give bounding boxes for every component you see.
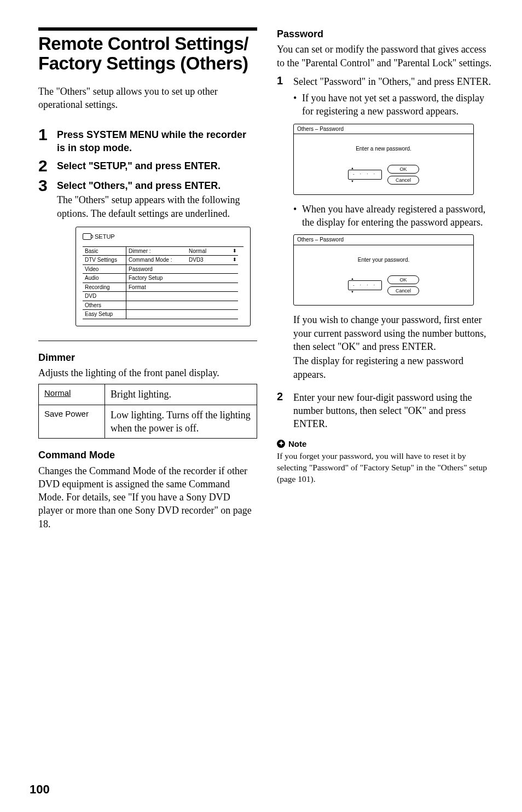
ok-button: OK — [387, 165, 419, 174]
setup-cell: Password — [126, 265, 187, 274]
bullet-icon: • — [293, 91, 302, 118]
setup-cell — [230, 283, 238, 292]
password-osd-existing: Others – Password Enter your password. -… — [293, 234, 474, 306]
right-column: Password You can set or modify the passw… — [277, 27, 496, 535]
password-field: - · · · — [348, 280, 382, 290]
section-title: Remote Control Settings/ Factory Setting… — [38, 34, 257, 74]
setup-cell: DVD — [83, 292, 126, 301]
step-number: 3 — [38, 177, 57, 331]
osd-title: Others – Password — [294, 124, 473, 135]
step-2: 2 Select "SETUP," and press ENTER. — [38, 158, 257, 174]
setup-cell: Dimmer : — [126, 247, 187, 256]
updown-icon: ⬍ — [230, 256, 238, 265]
password-intro: You can set or modify the password that … — [277, 43, 496, 70]
page-number: 100 — [30, 781, 50, 798]
setup-cell: Others — [83, 301, 126, 310]
setup-cell — [126, 292, 187, 301]
setup-osd-header: SETUP — [83, 233, 243, 241]
step-number: 1 — [38, 126, 57, 154]
step-number: 2 — [38, 158, 57, 174]
setup-cell: Factory Setup — [126, 274, 187, 283]
setup-cell — [230, 310, 238, 319]
command-mode-heading: Command Mode — [38, 448, 257, 462]
note-heading: ✦ Note — [277, 439, 496, 450]
setup-grid: Basic Dimmer : Normal ⬍ DTV Settings Com… — [83, 246, 243, 319]
setup-osd: SETUP Basic Dimmer : Normal ⬍ DTV Settin… — [76, 227, 251, 326]
note-label: Note — [288, 439, 306, 450]
setup-cell — [126, 301, 187, 310]
password-step-2: 2 Enter your new four-digit password usi… — [277, 391, 496, 431]
setup-cell: Easy Setup — [83, 310, 126, 319]
osd-prompt: Enter your password. — [303, 256, 465, 264]
title-line-1: Remote Control Settings/ — [38, 33, 248, 54]
updown-icon: ⬍ — [230, 247, 238, 256]
password-osd-new: Others – Password Enter a new password. … — [293, 124, 474, 195]
step-number: 2 — [277, 391, 293, 431]
setup-osd-title: SETUP — [95, 233, 115, 241]
setup-cell — [187, 283, 230, 292]
dimmer-heading: Dimmer — [38, 351, 257, 364]
step-1: 1 Press SYSTEM MENU while the recorder i… — [38, 126, 257, 154]
setup-cell — [187, 310, 230, 319]
note-icon: ✦ — [277, 440, 285, 448]
list-item: • When you have already registered a pas… — [293, 203, 496, 229]
title-line-2: Factory Settings (Others) — [38, 53, 248, 73]
step-description: The "Others" setup appears with the foll… — [57, 193, 257, 220]
main-steps-list: 1 Press SYSTEM MENU while the recorder i… — [38, 126, 257, 331]
note-body: If you forget your password, you will ha… — [277, 451, 496, 485]
step-title: Select "SETUP," and press ENTER. — [57, 160, 257, 172]
setup-cell — [187, 301, 230, 310]
option-value: Low lighting. Turns off the lighting whe… — [105, 405, 257, 439]
setup-cell — [187, 274, 230, 283]
password-step-1: 1 Select "Password" in "Others," and pre… — [277, 75, 496, 385]
osd-title: Others – Password — [294, 235, 473, 245]
cancel-button: Cancel — [387, 176, 419, 185]
divider — [38, 341, 257, 341]
top-rule: Remote Control Settings/ Factory Setting… — [38, 27, 257, 74]
setup-cell: Video — [83, 265, 126, 274]
bullet-list: • When you have already registered a pas… — [293, 203, 496, 229]
setup-cell: Format — [126, 283, 187, 292]
setup-cell — [230, 265, 238, 274]
osd-prompt: Enter a new password. — [303, 145, 465, 153]
step-text: Enter your new four-digit password using… — [293, 392, 472, 430]
bullet-text: If you have not yet set a password, the … — [302, 91, 496, 118]
dimmer-description: Adjusts the lighting of the front panel … — [38, 366, 257, 379]
bullet-list: • If you have not yet set a password, th… — [293, 91, 496, 118]
setup-cell: Recording — [83, 283, 126, 292]
step-title: Press SYSTEM MENU while the recorder is … — [57, 129, 257, 154]
option-value: Bright lighting. — [105, 384, 257, 405]
setup-cell — [230, 301, 238, 310]
password-steps: 1 Select "Password" in "Others," and pre… — [277, 75, 496, 431]
step-title: Select "Others," and press ENTER. — [57, 180, 257, 192]
command-mode-description: Changes the Command Mode of the recorder… — [38, 464, 257, 531]
intro-paragraph: The "Others" setup allows you to set up … — [38, 85, 257, 112]
cancel-button: Cancel — [387, 286, 419, 295]
setup-cell: DVD3 — [187, 256, 230, 265]
toolbox-icon — [83, 233, 91, 240]
setup-cell: Normal — [187, 247, 230, 256]
step-3: 3 Select "Others," and press ENTER. The … — [38, 177, 257, 331]
option-key: Normal — [44, 388, 71, 398]
list-item: • If you have not yet set a password, th… — [293, 91, 496, 118]
setup-cell: Command Mode : — [126, 256, 187, 265]
setup-cell: DTV Settings — [83, 256, 126, 265]
setup-cell — [230, 292, 238, 301]
left-column: Remote Control Settings/ Factory Setting… — [38, 27, 257, 535]
setup-cell — [126, 310, 187, 319]
ok-button: OK — [387, 275, 419, 284]
password-heading: Password — [277, 27, 496, 41]
setup-cell — [187, 265, 230, 274]
setup-cell: Basic — [83, 247, 126, 256]
dimmer-table: Normal Bright lighting. Save Power Low l… — [38, 384, 257, 439]
after-paragraph-2: The display for registering a new passwo… — [293, 354, 496, 381]
bullet-text: When you have already registered a passw… — [302, 203, 496, 229]
setup-cell: Audio — [83, 274, 126, 283]
table-row: Save Power Low lighting. Turns off the l… — [39, 405, 257, 439]
bullet-icon: • — [293, 203, 302, 229]
option-key: Save Power — [44, 409, 89, 418]
password-field: - · · · — [348, 170, 382, 180]
step-text: Select "Password" in "Others," and press… — [293, 76, 491, 87]
setup-cell — [230, 274, 238, 283]
table-row: Normal Bright lighting. — [39, 384, 257, 405]
